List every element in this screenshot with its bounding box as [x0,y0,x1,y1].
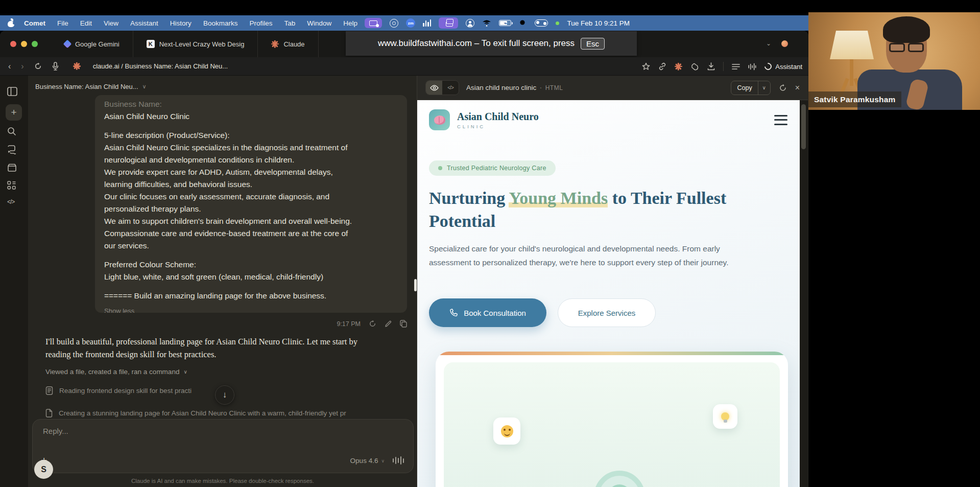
wifi-icon[interactable] [482,19,491,27]
user-message[interactable]: Business Name: Asian Child Neuro Clinic … [95,95,407,313]
show-less-link[interactable]: Show less [104,307,398,313]
edit-icon[interactable] [385,320,392,328]
close-window-button[interactable] [10,41,16,47]
brand-subtitle: CLINIC [457,124,539,129]
book-consultation-button[interactable]: Book Consultation [429,298,546,327]
tab-google-gemini[interactable]: Google Gemini [51,31,133,57]
control-center-icon[interactable] [535,19,548,27]
scroll-to-bottom-button[interactable]: ↓ [215,385,234,405]
panel-drag-handle[interactable] [414,279,417,291]
bookmark-star-icon[interactable] [642,62,650,71]
tab-claude[interactable]: Claude [258,31,318,57]
search-chats-icon[interactable] [7,127,16,136]
task-row-creating[interactable]: Creating a stunning landing page for Asi… [45,409,346,418]
status-dot [556,21,559,25]
extension-icon[interactable] [690,62,699,71]
loom-icon[interactable] [390,19,398,28]
account-icon[interactable] [466,19,474,28]
refresh-icon[interactable] [34,62,42,70]
sidebar-toggle-icon[interactable] [7,87,17,96]
model-selector[interactable]: Opus 4.6∨ [350,457,385,465]
preview-eye-icon[interactable] [426,81,442,95]
window-controls[interactable] [10,41,38,47]
menu-history[interactable]: History [170,19,192,27]
back-icon[interactable]: ‹ [8,62,11,71]
artifact-type-badge: HTML [545,84,563,91]
chat-panel: Business Name: Asian Child Neu...∨ Busin… [28,76,417,487]
menu-help[interactable]: Help [343,19,357,27]
brand-name: Asian Child Neuro [457,111,539,123]
brain-icon [434,115,445,125]
window-switcher-icon[interactable] [439,17,458,29]
tab-list-chevron-icon[interactable]: ⌄ [766,40,771,47]
stats-icon[interactable] [423,19,431,27]
voice-icon[interactable] [748,63,756,71]
user-avatar[interactable]: S [34,460,53,479]
menu-window[interactable]: Window [307,19,331,27]
explore-services-button[interactable]: Explore Services [558,298,656,327]
preview-code-toggle[interactable]: </> [425,80,459,95]
hero-illustration-card [436,352,788,487]
menubar-clock[interactable]: Tue Feb 10 9:21 PM [567,19,630,27]
menu-assistant[interactable]: Assistant [130,19,158,27]
zoom-app-icon[interactable]: zm [406,18,415,28]
reading-list-icon[interactable] [732,63,740,70]
lamp [830,31,874,59]
landing-page-preview: Asian Child Neuro CLINIC Trusted Pediatr… [417,100,800,487]
profile-badge-icon[interactable] [781,40,788,47]
projects-icon[interactable] [7,164,17,172]
menu-view[interactable]: View [104,19,118,27]
hamburger-menu-icon[interactable] [774,115,787,125]
clinic-logo[interactable] [429,109,450,130]
tab-next-level[interactable]: K Next-Level Crazy Web Desig [133,31,258,57]
download-icon[interactable] [707,62,715,71]
artifact-scrollbar[interactable] [800,100,808,487]
claude-favicon [73,62,81,70]
close-artifact-icon[interactable]: × [795,83,800,92]
minimize-window-button[interactable] [21,41,27,47]
copy-button[interactable]: Copy ∨ [731,81,770,95]
conversation-title[interactable]: Business Name: Asian Child Neu...∨ [35,83,147,90]
apple-menu-icon[interactable] [7,19,15,27]
fullscreen-notice: www.buildfastwithai.com – To exit full s… [346,31,637,56]
voice-input-icon[interactable] [393,456,404,465]
connectors-icon[interactable] [7,181,16,190]
claude-sidebar: + </> [0,76,28,487]
browser-window: Google Gemini K Next-Level Crazy Web Des… [0,31,808,487]
menu-edit[interactable]: Edit [80,19,92,27]
menu-profiles[interactable]: Profiles [249,19,272,27]
mic-icon[interactable] [52,62,59,71]
menu-bookmarks[interactable]: Bookmarks [203,19,238,27]
address-text[interactable]: claude.ai / Business Name: Asian Child N… [93,62,228,70]
code-icon[interactable]: </> [7,198,14,205]
new-chat-button[interactable]: + [6,104,22,121]
menu-comet[interactable]: Comet [24,19,45,27]
menu-file[interactable]: File [57,19,68,27]
macos-menu-bar: Comet File Edit View Assistant History B… [0,15,808,31]
task-row-reading[interactable]: Reading frontend design skill for best p… [45,386,192,395]
retry-icon[interactable] [369,320,376,328]
speaker-name-tag: Satvik Paramkusham [808,91,901,107]
phone-icon [449,309,458,317]
claude-extension-icon[interactable] [675,63,682,71]
claude-icon [271,40,279,48]
search-icon[interactable] [519,19,527,27]
chats-icon[interactable] [7,145,17,154]
hero-heading: Nurturing Young Minds to Their Fullest P… [429,187,781,233]
forward-icon[interactable]: › [21,62,23,71]
menu-tab[interactable]: Tab [284,19,295,27]
assistant-button[interactable]: Assistant [764,63,802,71]
smiley-icon [501,425,513,437]
zoom-window-button[interactable] [32,41,38,47]
gemini-icon [63,40,72,49]
copy-message-icon[interactable] [400,320,407,328]
scrollbar-thumb[interactable] [801,104,806,149]
code-view-icon[interactable]: </> [442,81,459,95]
activity-summary[interactable]: Viewed a file, created a file, ran a com… [45,368,187,376]
reply-input[interactable]: Reply... + Opus 4.6∨ [32,419,414,473]
copy-dropdown-icon[interactable]: ∨ [758,81,770,95]
glasses [889,43,924,52]
copy-link-icon[interactable] [658,62,666,71]
screen-share-icon[interactable] [365,18,382,28]
refresh-artifact-icon[interactable] [779,84,787,92]
